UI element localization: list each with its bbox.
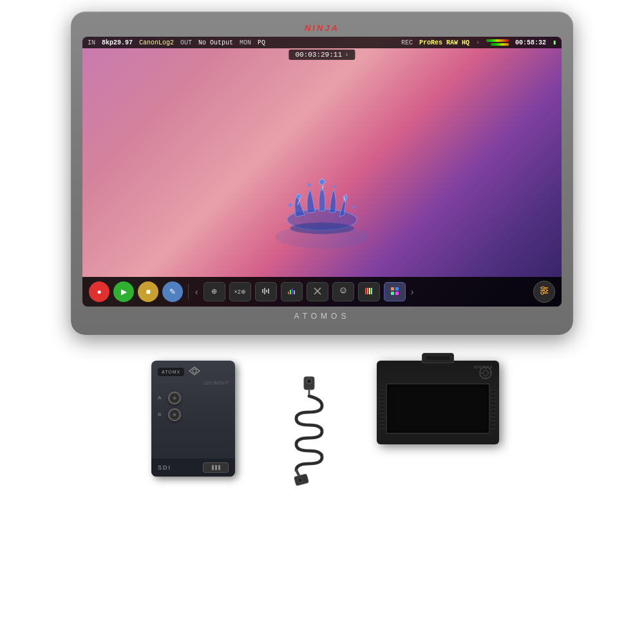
hud-fps: 8kp29.97 <box>102 39 133 46</box>
histogram-icon <box>287 287 296 297</box>
hud-tc-arrow: › <box>345 51 349 59</box>
waveform-icon <box>261 287 270 297</box>
svg-point-21 <box>341 289 343 290</box>
face-detect-icon <box>339 287 348 297</box>
svg-point-4 <box>343 195 347 199</box>
sunhood-right-side <box>491 386 495 431</box>
svg-rect-25 <box>369 288 370 294</box>
v-lock-pin-3 <box>218 465 220 470</box>
port-a-row: A <box>158 392 229 404</box>
port-a-label: A <box>158 395 164 401</box>
nav-prev-button[interactable]: ‹ <box>194 287 200 297</box>
svg-rect-28 <box>395 287 399 290</box>
bnc-port-a <box>168 392 181 404</box>
svg-rect-30 <box>395 292 399 295</box>
stop-button[interactable]: ■ <box>138 281 158 302</box>
bnc-port-b <box>168 408 181 421</box>
svg-point-45 <box>307 379 312 384</box>
waveform-button[interactable] <box>255 282 277 301</box>
svg-rect-11 <box>264 288 265 294</box>
hud-remaining-time: 00:58:32 <box>515 39 546 46</box>
sdi-ports-section: A B <box>151 388 235 459</box>
svg-point-51 <box>483 370 488 375</box>
sunhood-body: atomos <box>377 361 499 444</box>
svg-point-6 <box>319 179 325 185</box>
play-button[interactable]: ▶ <box>113 281 134 302</box>
false-color-button[interactable] <box>358 282 380 301</box>
lut-button[interactable] <box>384 282 406 301</box>
sunhood-mount-clip <box>422 353 454 363</box>
cable-section <box>283 361 335 489</box>
svg-point-34 <box>542 287 544 289</box>
settings-icon <box>538 285 550 299</box>
accessories-section: ATOMX 12G IN/OUT A <box>0 335 644 645</box>
svg-point-3 <box>289 204 292 207</box>
nav-next-button[interactable]: › <box>410 287 415 297</box>
hud-rec-value: ProRes RAW HQ <box>419 39 469 46</box>
sunhood-section: atomos <box>374 361 502 444</box>
tag-icon: ✎ <box>169 287 176 296</box>
face-detect-button[interactable] <box>332 282 354 301</box>
svg-point-8 <box>334 185 337 188</box>
vectorscope-icon <box>313 287 322 297</box>
v-lock-pin-1 <box>212 465 214 470</box>
settings-button[interactable] <box>533 281 555 303</box>
hud-mon-value: PQ <box>258 39 265 46</box>
hud-in-label: IN <box>88 39 95 46</box>
histogram-button[interactable] <box>281 282 303 301</box>
svg-point-9 <box>290 222 354 234</box>
sunhood-logo-area <box>478 366 493 383</box>
vectorscope-button[interactable] <box>307 282 328 301</box>
stop-icon: ■ <box>146 287 150 296</box>
svg-point-7 <box>308 183 311 186</box>
record-button[interactable]: ● <box>89 281 109 302</box>
svg-point-5 <box>352 205 355 209</box>
svg-rect-16 <box>292 289 293 294</box>
svg-rect-23 <box>365 288 366 294</box>
zoom2-icon: ×2⊕ <box>234 289 246 295</box>
svg-point-40 <box>174 397 176 399</box>
hud-top-bar: IN 8kp29.97 CanonLog2 OUT No Output MON … <box>82 37 562 48</box>
svg-rect-13 <box>268 289 269 294</box>
hud-rec-label: REC <box>401 39 413 46</box>
false-color-icon <box>365 287 374 297</box>
svg-rect-15 <box>290 290 291 294</box>
zoom1-button[interactable]: ⊕ <box>204 282 225 301</box>
controls-divider-1 <box>188 284 189 299</box>
zoom2-button[interactable]: ×2⊕ <box>229 282 251 301</box>
coiled-cable-svg <box>283 374 335 489</box>
sunhood-left-side <box>381 386 384 431</box>
sdi-module-body: ATOMX 12G IN/OUT A <box>151 361 235 477</box>
ninja-logo: NINJA <box>82 23 562 33</box>
hud-timecode: 00:03:29:11 <box>295 51 342 59</box>
atomx-label: ATOMX <box>162 370 180 374</box>
port-12g-label: 12G IN/OUT <box>151 381 235 388</box>
svg-rect-24 <box>367 288 368 294</box>
sdi-module: ATOMX 12G IN/OUT A <box>142 361 245 477</box>
svg-rect-29 <box>391 292 394 295</box>
sdi-wing-icon <box>188 366 201 378</box>
svg-rect-12 <box>266 290 267 292</box>
hud-mon-label: MON <box>240 39 251 46</box>
zoom1-icon: ⊕ <box>211 287 217 296</box>
svg-rect-17 <box>294 290 295 294</box>
hud-battery-icon: ▮ <box>553 39 556 46</box>
svg-point-22 <box>343 289 345 290</box>
lut-icon <box>390 287 399 297</box>
play-icon: ▶ <box>121 287 127 296</box>
mount-slot <box>426 356 450 360</box>
port-b-label: B <box>158 412 164 417</box>
svg-rect-27 <box>391 287 394 290</box>
atomos-label: ATOMOS <box>82 312 562 321</box>
hud-out-label: OUT <box>180 39 192 46</box>
record-icon: ● <box>97 287 101 296</box>
hud-out-value: No Output <box>198 39 233 46</box>
v-lock-connector <box>203 462 229 473</box>
sdi-label: SDI <box>158 464 171 471</box>
screen-image <box>82 37 562 307</box>
svg-rect-26 <box>371 288 372 294</box>
tag-button[interactable]: ✎ <box>162 281 183 302</box>
svg-point-37 <box>193 369 196 373</box>
hud-audio-meters <box>486 39 509 46</box>
sdi-top-section: ATOMX <box>151 361 235 381</box>
